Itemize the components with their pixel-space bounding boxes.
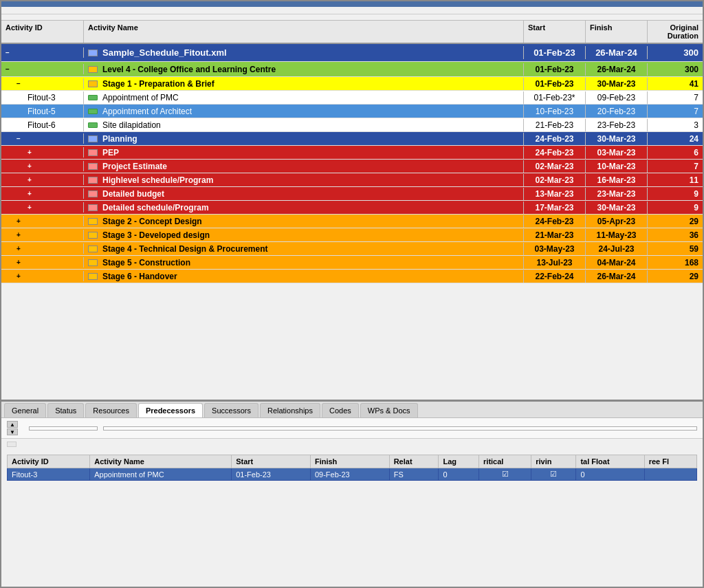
cell-activity-name: Detailed schedule/Program: [84, 202, 524, 214]
cell-activity-name: Stage 4 - Technical Design & Procurement: [84, 243, 524, 255]
activity-info-bar: ▲ ▼: [1, 418, 703, 439]
cell-duration: 9: [648, 188, 703, 200]
table-row[interactable]: − Sample_Schedule_Fitout.xml 01-Feb-23 2…: [1, 44, 703, 62]
cell-duration: 300: [648, 63, 703, 76]
pred-header-col: Start: [232, 455, 311, 468]
tab-successors[interactable]: Successors: [204, 403, 258, 417]
pred-cell: 0: [576, 468, 644, 481]
tab-general[interactable]: General: [4, 403, 46, 417]
pred-cell: Fitout-3: [8, 468, 90, 481]
predecessors-section: Activity IDActivity NameStartFinishRelat…: [1, 439, 703, 483]
table-row[interactable]: − Planning 24-Feb-23 30-Mar-23 24: [1, 132, 703, 146]
table-row[interactable]: + Stage 5 - Construction 13-Jul-23 04-Ma…: [1, 256, 703, 270]
cell-activity-name: Detailed budget: [84, 188, 524, 200]
cell-finish: 20-Feb-23: [586, 105, 648, 118]
tab-relationships[interactable]: Relationships: [260, 403, 320, 417]
table-row[interactable]: − Level 4 - College Office and Learning …: [1, 62, 703, 77]
pred-cell: Appointment of PMC: [90, 468, 232, 481]
pred-header-col: Activity Name: [90, 455, 232, 468]
cell-activity-name: Level 4 - College Office and Learning Ce…: [84, 63, 524, 76]
pred-header-col: Finish: [310, 455, 389, 468]
activity-desc-value: [103, 426, 697, 431]
cell-activity-name: Project Estimate: [84, 160, 524, 173]
table-row[interactable]: + Stage 4 - Technical Design & Procureme…: [1, 242, 703, 256]
cell-start: 01-Feb-23: [524, 63, 586, 76]
table-row[interactable]: Fitout-5 Appointment of Architect 10-Feb…: [1, 105, 703, 118]
cell-start: 24-Feb-23: [524, 133, 586, 145]
table-row[interactable]: Fitout-3 Appointment of PMC 01-Feb-23* 0…: [1, 91, 703, 105]
table-row[interactable]: + Stage 3 - Developed design 21-Mar-23 1…: [1, 228, 703, 242]
cell-start: 24-Feb-23: [524, 215, 586, 228]
cell-start: 02-Mar-23: [524, 160, 586, 173]
cell-finish: 23-Mar-23: [586, 188, 648, 200]
table-row[interactable]: − Stage 1 - Preparation & Brief 01-Feb-2…: [1, 77, 703, 91]
cell-start: 10-Feb-23: [524, 105, 586, 118]
cell-activity-name: PEP: [84, 146, 524, 159]
header-activity-id: Activity ID: [1, 21, 84, 43]
pred-header-col: rivin: [531, 455, 576, 468]
grid-body: − Sample_Schedule_Fitout.xml 01-Feb-23 2…: [1, 44, 703, 400]
cell-duration: 3: [648, 119, 703, 131]
table-row[interactable]: + Detailed budget 13-Mar-23 23-Mar-23 9: [1, 187, 703, 201]
tab-codes[interactable]: Codes: [322, 403, 359, 417]
table-row[interactable]: + PEP 24-Feb-23 03-Mar-23 6: [1, 146, 703, 160]
pred-header-col: ree Fl: [644, 455, 696, 468]
pred-cell: ☑: [531, 468, 576, 481]
cell-activity-name: Sample_Schedule_Fitout.xml: [84, 46, 524, 59]
tab-resources[interactable]: Resources: [85, 403, 137, 417]
cell-activity-name: Stage 2 - Concept Design: [84, 215, 524, 228]
table-row[interactable]: Fitout-6 Site dilapidation 21-Feb-23 23-…: [1, 118, 703, 132]
cell-activity-name: Stage 6 - Handover: [84, 270, 524, 283]
table-row[interactable]: + Highlevel schedule/Program 02-Mar-23 1…: [1, 173, 703, 187]
pred-table-row[interactable]: Fitout-3Appointment of PMC01-Feb-2309-Fe…: [8, 468, 697, 481]
cell-duration: 29: [648, 270, 703, 283]
tab-predecessors[interactable]: Predecessors: [138, 403, 203, 417]
nav-up-btn[interactable]: ▲: [7, 421, 18, 428]
cell-activity-id: +: [1, 188, 84, 199]
cell-activity-id: +: [1, 271, 84, 281]
menu-projects[interactable]: [6, 9, 11, 12]
cell-start: 01-Feb-23: [524, 46, 586, 59]
menu-wbs[interactable]: [38, 9, 44, 12]
header-duration: OriginalDuration: [648, 21, 703, 43]
section-label: [7, 442, 16, 447]
tab-bar: GeneralStatusResourcesPredecessorsSucces…: [1, 402, 703, 418]
cell-duration: 36: [648, 229, 703, 241]
header-start: Start: [524, 21, 586, 43]
cell-finish: 30-Mar-23: [586, 133, 648, 145]
table-row[interactable]: + Stage 2 - Concept Design 24-Feb-23 05-…: [1, 215, 703, 228]
cell-activity-id: Fitout-6: [1, 119, 84, 131]
header-finish: Finish: [586, 21, 648, 43]
cell-activity-name: Planning: [84, 133, 524, 145]
cell-activity-id: −: [1, 78, 84, 89]
table-row[interactable]: + Stage 6 - Handover 22-Feb-24 26-Mar-24…: [1, 270, 703, 283]
pred-cell: ☑: [479, 468, 531, 481]
menu-activities[interactable]: [22, 9, 28, 12]
tab-wps--docs[interactable]: WPs & Docs: [360, 403, 418, 417]
tab-status[interactable]: Status: [47, 403, 84, 417]
cell-activity-name: Highlevel schedule/Program: [84, 174, 524, 186]
cell-duration: 7: [648, 160, 703, 173]
cell-duration: 29: [648, 215, 703, 228]
toolbar: [1, 14, 703, 21]
cell-start: 13-Mar-23: [524, 188, 586, 200]
pred-cell: [644, 468, 696, 481]
cell-finish: 09-Feb-23: [586, 91, 648, 104]
table-row[interactable]: + Detailed schedule/Program 17-Mar-23 30…: [1, 201, 703, 215]
pred-header-col: ritical: [479, 455, 531, 468]
cell-start: 22-Feb-24: [524, 270, 586, 283]
cell-finish: 26-Mar-24: [586, 46, 648, 59]
pred-cell: FS: [389, 468, 439, 481]
cell-duration: 168: [648, 257, 703, 269]
cell-finish: 16-Mar-23: [586, 174, 648, 186]
table-row[interactable]: + Project Estimate 02-Mar-23 10-Mar-23 7: [1, 160, 703, 173]
cell-activity-id: +: [1, 202, 84, 213]
cell-start: 13-Jul-23: [524, 257, 586, 269]
cell-activity-id: +: [1, 243, 84, 254]
cell-finish: 30-Mar-23: [586, 202, 648, 214]
cell-activity-name: Stage 5 - Construction: [84, 257, 524, 269]
cell-activity-name: Appointment of Architect: [84, 105, 524, 118]
cell-activity-id: +: [1, 161, 84, 171]
nav-down-btn[interactable]: ▼: [7, 428, 18, 435]
pred-cell: 01-Feb-23: [232, 468, 311, 481]
